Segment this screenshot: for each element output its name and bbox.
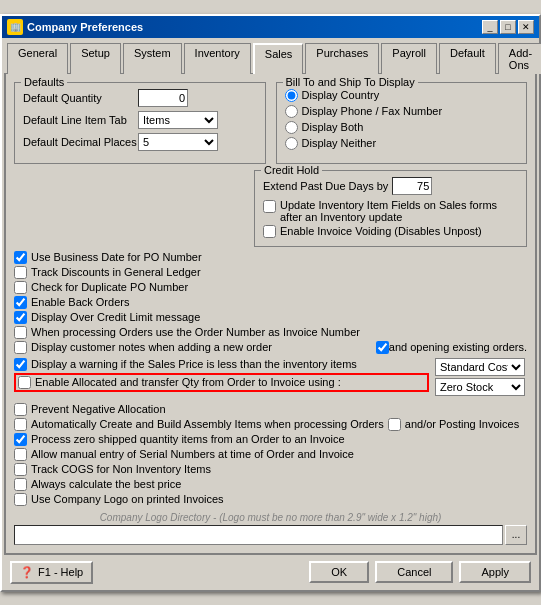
default-line-item-select[interactable]: Items Memo Description bbox=[138, 111, 218, 129]
bottom-bar: ❓ F1 - Help OK Cancel Apply bbox=[2, 555, 539, 590]
cb-track-discounts-label: Track Discounts in General Ledger bbox=[31, 266, 201, 278]
default-decimal-select[interactable]: 012345 bbox=[138, 133, 218, 151]
title-bar-left: 🏢 Company Preferences bbox=[7, 19, 143, 35]
cb-back-orders-label: Enable Back Orders bbox=[31, 296, 129, 308]
update-inventory-row: Update Inventory Item Fields on Sales fo… bbox=[263, 199, 518, 223]
cb-enable-voiding-label: Enable Invoice Voiding (Disables Unpost) bbox=[280, 225, 482, 237]
cb-assembly-label: Automatically Create and Build Assembly … bbox=[31, 418, 384, 430]
cb-company-logo-input[interactable] bbox=[14, 493, 27, 506]
radio-display-neither: Display Neither bbox=[285, 137, 519, 150]
title-buttons: _ □ ✕ bbox=[482, 20, 534, 34]
cb-warning-sales-price-label: Display a warning if the Sales Price is … bbox=[31, 358, 357, 370]
radio-display-country: Display Country bbox=[285, 89, 519, 102]
cb-assembly-row: Automatically Create and Build Assembly … bbox=[14, 418, 527, 431]
tab-setup[interactable]: Setup bbox=[70, 43, 121, 74]
cb-order-number: When processing Orders use the Order Num… bbox=[14, 326, 527, 339]
cb-zero-shipped-input[interactable] bbox=[14, 433, 27, 446]
maximize-button[interactable]: □ bbox=[500, 20, 516, 34]
cb-prevent-negative: Prevent Negative Allocation bbox=[14, 403, 527, 416]
cb-duplicate-po: Check for Duplicate PO Number bbox=[14, 281, 527, 294]
cb-credit-limit-input[interactable] bbox=[14, 311, 27, 324]
radio-display-phone-input[interactable] bbox=[285, 105, 298, 118]
radio-display-country-input[interactable] bbox=[285, 89, 298, 102]
radio-display-phone-label: Display Phone / Fax Number bbox=[302, 105, 443, 117]
zero-stock-select[interactable]: Zero Stock FIFO LIFO bbox=[435, 378, 525, 396]
cb-track-cogs-input[interactable] bbox=[14, 463, 27, 476]
apply-button[interactable]: Apply bbox=[459, 561, 531, 583]
cb-update-inventory-input[interactable] bbox=[263, 200, 276, 213]
cb-track-discounts: Track Discounts in General Ledger bbox=[14, 266, 527, 279]
tab-system[interactable]: System bbox=[123, 43, 182, 74]
cb-opening-existing-input[interactable] bbox=[376, 341, 389, 354]
cb-order-number-input[interactable] bbox=[14, 326, 27, 339]
cb-customer-notes-row: Display customer notes when adding a new… bbox=[14, 341, 527, 354]
cb-serial-numbers-input[interactable] bbox=[14, 448, 27, 461]
tab-purchases[interactable]: Purchases bbox=[305, 43, 379, 74]
standard-cost-select[interactable]: Standard Cost Last Cost Average Cost bbox=[435, 358, 525, 376]
cb-posting-invoices-input[interactable] bbox=[388, 418, 401, 431]
defaults-section-label: Defaults bbox=[21, 76, 67, 88]
cb-credit-limit-label: Display Over Credit Limit message bbox=[31, 311, 200, 323]
tab-default[interactable]: Default bbox=[439, 43, 496, 74]
cb-best-price-input[interactable] bbox=[14, 478, 27, 491]
cb-duplicate-po-input[interactable] bbox=[14, 281, 27, 294]
cb-opening-existing: and opening existing orders. bbox=[376, 341, 527, 354]
close-button[interactable]: ✕ bbox=[518, 20, 534, 34]
logo-directory-input[interactable] bbox=[14, 525, 503, 545]
cb-posting-invoices: and/or Posting Invoices bbox=[388, 418, 519, 431]
bill-to-section: Bill To and Ship To Display Display Coun… bbox=[276, 82, 528, 164]
cb-company-logo-label: Use Company Logo on printed Invoices bbox=[31, 493, 224, 505]
cb-track-cogs: Track COGS for Non Inventory Items bbox=[14, 463, 527, 476]
tab-general[interactable]: General bbox=[7, 43, 68, 74]
default-quantity-input[interactable] bbox=[138, 89, 188, 107]
cb-company-logo: Use Company Logo on printed Invoices bbox=[14, 493, 527, 506]
cb-opening-existing-label: and opening existing orders. bbox=[389, 341, 527, 353]
extend-label: Extend Past Due Days by bbox=[263, 180, 388, 192]
credit-hold-label: Credit Hold bbox=[261, 164, 322, 176]
radio-display-both: Display Both bbox=[285, 121, 519, 134]
tab-content: Defaults Default Quantity Default Line I… bbox=[4, 73, 537, 555]
cb-credit-limit: Display Over Credit Limit message bbox=[14, 311, 527, 324]
cb-enable-voiding-input[interactable] bbox=[263, 225, 276, 238]
logo-directory-label: Company Logo Directory - (Logo must be n… bbox=[14, 512, 527, 523]
cb-update-inventory-label: Update Inventory Item Fields on Sales fo… bbox=[280, 199, 518, 223]
tab-addons[interactable]: Add-Ons bbox=[498, 43, 541, 74]
cb-warning-sales-price-input[interactable] bbox=[14, 358, 27, 371]
cb-back-orders-input[interactable] bbox=[14, 296, 27, 309]
cb-order-number-label: When processing Orders use the Order Num… bbox=[31, 326, 360, 338]
cancel-button[interactable]: Cancel bbox=[375, 561, 453, 583]
warning-allocated-section: Display a warning if the Sales Price is … bbox=[14, 358, 429, 396]
bill-to-label: Bill To and Ship To Display bbox=[283, 76, 418, 88]
default-line-item-label: Default Line Item Tab bbox=[23, 114, 138, 126]
cb-use-business-date-input[interactable] bbox=[14, 251, 27, 264]
cb-posting-invoices-label: and/or Posting Invoices bbox=[405, 418, 519, 430]
radio-display-both-input[interactable] bbox=[285, 121, 298, 134]
defaults-section: Defaults Default Quantity Default Line I… bbox=[14, 82, 266, 164]
combo-section: Standard Cost Last Cost Average Cost Zer… bbox=[435, 358, 527, 396]
cb-allocated-label: Enable Allocated and transfer Qty from O… bbox=[35, 376, 341, 388]
warning-row: Display a warning if the Sales Price is … bbox=[14, 358, 429, 371]
browse-button[interactable]: ... bbox=[505, 525, 527, 545]
help-button[interactable]: ❓ F1 - Help bbox=[10, 561, 93, 584]
cb-prevent-negative-label: Prevent Negative Allocation bbox=[31, 403, 166, 415]
radio-display-neither-input[interactable] bbox=[285, 137, 298, 150]
cb-customer-notes: Display customer notes when adding a new… bbox=[14, 341, 372, 354]
cb-prevent-negative-input[interactable] bbox=[14, 403, 27, 416]
cb-track-discounts-input[interactable] bbox=[14, 266, 27, 279]
tab-inventory[interactable]: Inventory bbox=[184, 43, 251, 74]
cb-assembly-input[interactable] bbox=[14, 418, 27, 431]
extend-value-input[interactable] bbox=[392, 177, 432, 195]
tab-payroll[interactable]: Payroll bbox=[381, 43, 437, 74]
default-decimal-row: Default Decimal Places 012345 bbox=[23, 133, 257, 151]
title-bar: 🏢 Company Preferences _ □ ✕ bbox=[2, 16, 539, 38]
minimize-button[interactable]: _ bbox=[482, 20, 498, 34]
logo-input-row: ... bbox=[14, 525, 527, 545]
tab-sales[interactable]: Sales bbox=[253, 43, 304, 74]
action-buttons: OK Cancel Apply bbox=[309, 561, 531, 583]
cb-duplicate-po-label: Check for Duplicate PO Number bbox=[31, 281, 188, 293]
default-line-item-row: Default Line Item Tab Items Memo Descrip… bbox=[23, 111, 257, 129]
cb-customer-notes-input[interactable] bbox=[14, 341, 27, 354]
cb-allocated-input[interactable] bbox=[18, 376, 31, 389]
cb-best-price-label: Always calculate the best price bbox=[31, 478, 181, 490]
ok-button[interactable]: OK bbox=[309, 561, 369, 583]
